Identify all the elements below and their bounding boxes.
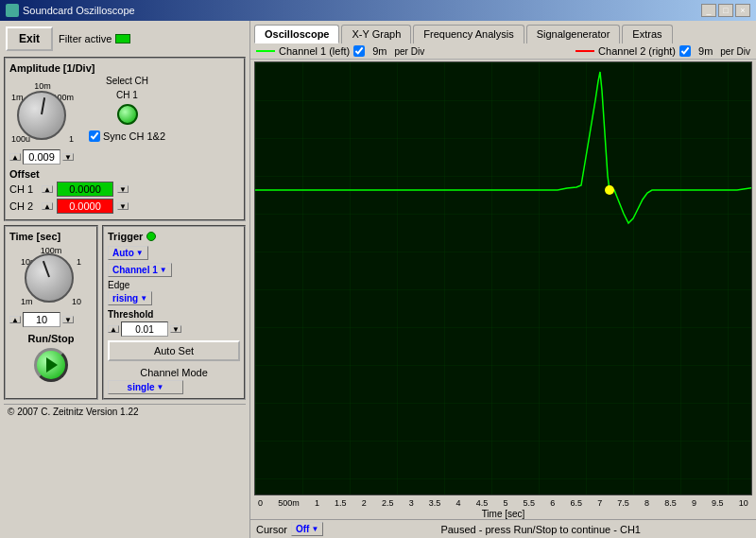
channel-row: Channel 1 (left) 9m per Div Channel 2 (r… — [250, 43, 756, 60]
filter-active-section: Filter active — [59, 33, 130, 44]
offset-title: Offset — [9, 168, 240, 180]
t10: 10 — [739, 498, 748, 508]
ch2-indicator: Channel 2 (right) — [576, 45, 691, 57]
ch1-indicator: Channel 1 (left) — [256, 45, 365, 57]
t2-5: 2.5 — [382, 498, 394, 508]
run-stop-button[interactable] — [34, 348, 68, 382]
ch-label: CH 1 — [116, 90, 138, 100]
title-bar: Soundcard Oszilloscope _ □ × — [0, 0, 756, 21]
amp-spin-up[interactable]: ▲ — [9, 153, 21, 161]
tab-bar: Oscilloscope X-Y Graph Frequency Analysi… — [250, 21, 756, 43]
time-label-1m: 1m — [21, 297, 33, 306]
ch2-offset-down[interactable]: ▼ — [117, 202, 129, 210]
sync-checkbox[interactable] — [89, 130, 100, 142]
t3: 3 — [409, 498, 414, 508]
ch2-line — [576, 50, 594, 52]
ch1-offset-down[interactable]: ▼ — [117, 185, 129, 193]
channel-mode-label: Channel Mode — [108, 367, 240, 378]
ch2-per-div-label: per Div — [720, 46, 750, 57]
ch1-per-div: 9m — [372, 45, 387, 57]
filter-active-label: Filter active — [59, 33, 112, 44]
runstop-label: Run/Stop — [9, 333, 93, 344]
edge-label: Edge — [108, 280, 240, 290]
ch2-checkbox[interactable] — [679, 45, 691, 57]
threshold-section: Threshold ▲ ▼ — [108, 309, 240, 337]
t7-5: 7.5 — [617, 498, 629, 508]
t3-5: 3.5 — [429, 498, 441, 508]
trigger-mode-dropdown[interactable]: Auto ▼ — [108, 246, 148, 260]
status-text: Paused - press Run/Stop to continue - CH… — [331, 524, 750, 535]
top-controls: Exit Filter active — [4, 25, 246, 53]
amplitude-title: Amplitude [1/Div] — [9, 62, 240, 74]
tab-frequency-analysis[interactable]: Frequency Analysis — [413, 25, 524, 43]
ch1-offset-label: CH 1 — [9, 183, 38, 195]
t7: 7 — [597, 498, 602, 508]
channel-mode-dropdown[interactable]: single ▼ — [108, 380, 183, 394]
t4-5: 4.5 — [476, 498, 489, 508]
filter-led — [115, 34, 130, 43]
threshold-input[interactable] — [121, 321, 168, 337]
time-axis: 0 500m 1 1.5 2 2.5 3 3.5 4 4.5 5 5.5 6 6… — [254, 497, 752, 509]
time-section: Time [sec] 100m 10m 1 1m 10 ▲ 10 — [4, 225, 98, 400]
ch2-offset-label: CH 2 — [9, 200, 38, 212]
ch1-per-div-label: per Div — [395, 46, 425, 57]
time-label-1: 1 — [77, 257, 81, 267]
trigger-edge-dropdown[interactable]: rising ▼ — [108, 291, 152, 305]
cursor-dropdown[interactable]: Off ▼ — [291, 522, 323, 536]
threshold-spin-up[interactable]: ▲ — [108, 325, 119, 333]
minimize-button[interactable]: _ — [701, 4, 716, 17]
time-knob[interactable] — [25, 253, 74, 303]
tab-extras[interactable]: Extras — [622, 25, 672, 43]
maximize-button[interactable]: □ — [718, 4, 733, 17]
t4: 4 — [456, 498, 461, 508]
trigger-channel-dropdown[interactable]: Channel 1 ▼ — [108, 263, 172, 277]
amp-label-1: 1 — [69, 134, 74, 144]
t9: 9 — [692, 498, 696, 508]
amp-label-100u: 100u — [11, 134, 30, 144]
amp-spin-down[interactable]: ▼ — [62, 153, 74, 161]
right-panel: Oscilloscope X-Y Graph Frequency Analysi… — [250, 21, 756, 538]
time-unit-label: Time [sec] — [250, 509, 756, 519]
t5-5: 5.5 — [524, 498, 536, 508]
bottom-bar: Cursor Off ▼ Paused - press Run/Stop to … — [250, 519, 756, 538]
ch2-per-div: 9m — [698, 45, 713, 57]
trigger-title: Trigger — [108, 231, 143, 242]
sync-section: Sync CH 1&2 — [89, 130, 165, 142]
ch1-offset-up[interactable]: ▲ — [42, 185, 53, 193]
app-icon — [6, 4, 19, 17]
ch2-offset-input[interactable] — [57, 199, 113, 214]
select-ch-label: Select CH — [106, 76, 148, 86]
t500m: 500m — [278, 498, 300, 508]
threshold-label: Threshold — [108, 309, 240, 320]
ch1-select-button[interactable] — [117, 104, 138, 125]
close-button[interactable]: × — [735, 4, 750, 17]
ch1-label: Channel 1 (left) — [279, 45, 350, 57]
time-title: Time [sec] — [9, 231, 93, 242]
ch1-line — [256, 50, 275, 52]
exit-button[interactable]: Exit — [6, 26, 53, 51]
trigger-led — [146, 232, 156, 241]
threshold-spin-down[interactable]: ▼ — [170, 325, 181, 333]
time-spin-up[interactable]: ▲ — [9, 316, 21, 323]
scope-svg — [255, 62, 751, 495]
ch1-offset-input[interactable] — [57, 182, 113, 197]
t1: 1 — [315, 498, 319, 508]
time-spin-down[interactable]: ▼ — [62, 316, 74, 323]
ch1-checkbox[interactable] — [353, 45, 365, 57]
t8-5: 8.5 — [664, 498, 677, 508]
tab-signalgenerator[interactable]: Signalgenerator — [526, 25, 621, 43]
time-value: 10 — [23, 312, 60, 327]
tab-xy-graph[interactable]: X-Y Graph — [341, 25, 411, 43]
t6: 6 — [550, 498, 555, 508]
cursor-label: Cursor — [256, 524, 287, 535]
amplitude-value: 0.009 — [23, 149, 60, 165]
tab-oscilloscope[interactable]: Oscilloscope — [254, 25, 339, 43]
ch2-offset-up[interactable]: ▲ — [42, 202, 53, 210]
oscilloscope-display — [254, 61, 752, 495]
t6-5: 6.5 — [570, 498, 582, 508]
amplitude-knob[interactable] — [17, 91, 66, 140]
t1-5: 1.5 — [335, 498, 347, 508]
window-title: Soundcard Oszilloscope — [23, 5, 135, 16]
amp-label-10m: 10m — [34, 81, 51, 91]
auto-set-button[interactable]: Auto Set — [108, 340, 240, 361]
